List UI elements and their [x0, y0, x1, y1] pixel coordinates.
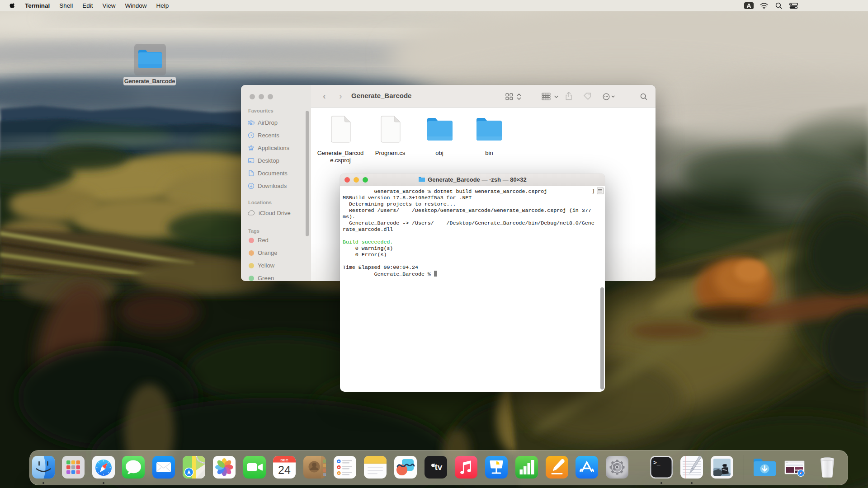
- svg-text:tv: tv: [435, 462, 443, 472]
- svg-text:>_: >_: [653, 460, 660, 466]
- svg-text:DEC: DEC: [281, 458, 288, 462]
- svg-text:24: 24: [278, 464, 291, 476]
